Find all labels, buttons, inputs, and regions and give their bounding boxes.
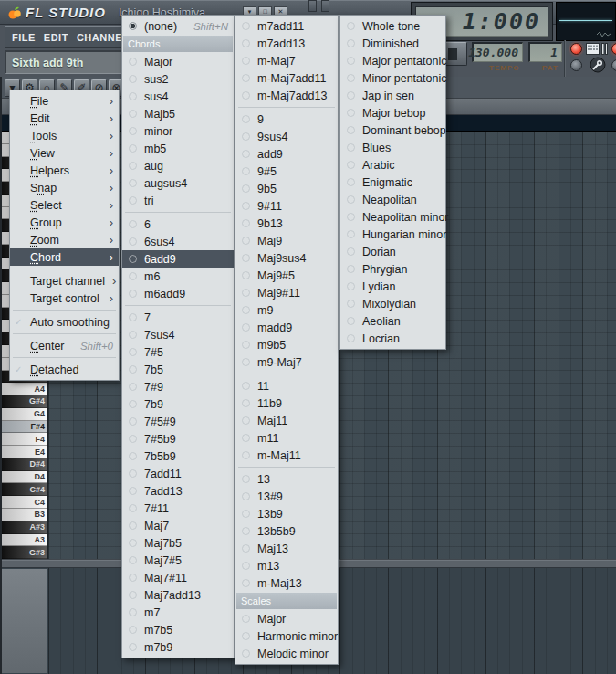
menu-item-7[interactable]: 7 xyxy=(122,309,234,326)
menu-item-tools[interactable]: Tools› xyxy=(10,127,119,144)
menu-item-m-maj7[interactable]: m-Maj7 xyxy=(235,52,338,69)
menu-item-snap[interactable]: Snap› xyxy=(10,179,119,196)
piano-key-fs4[interactable]: F#4 xyxy=(2,421,47,434)
tempo-lcd[interactable]: 130.000 xyxy=(472,42,523,62)
piano-key-gs4[interactable]: G#4 xyxy=(2,395,47,408)
menu-item-m9b5[interactable]: m9b5 xyxy=(235,336,338,353)
menu-item-madd9[interactable]: madd9 xyxy=(235,319,338,336)
menu-item-m-maj7add13[interactable]: m-Maj7add13 xyxy=(235,87,338,104)
menu-item-m7b9[interactable]: m7b9 xyxy=(122,638,234,656)
menu-item-m9-maj7[interactable]: m9-Maj7 xyxy=(235,353,338,371)
menu-item-zoom[interactable]: Zoom› xyxy=(10,231,119,248)
pattern-lcd[interactable]: 1 xyxy=(528,42,562,62)
menu-item-9-11[interactable]: 9#11 xyxy=(235,197,338,215)
menu-file[interactable]: FILE xyxy=(12,32,36,43)
menu-item-augsus4[interactable]: augsus4 xyxy=(122,174,234,192)
menu-item-major[interactable]: Major xyxy=(235,610,338,627)
menu-item-aeolian[interactable]: Aeolian xyxy=(340,312,445,330)
menu-item-m9[interactable]: m9 xyxy=(235,301,338,319)
menu-item-maj9[interactable]: Maj9 xyxy=(235,232,338,249)
menu-item-minor[interactable]: minor xyxy=(122,122,234,140)
menu-item-7sus4[interactable]: 7sus4 xyxy=(122,326,234,343)
round-button[interactable] xyxy=(611,59,616,71)
menu-item-6add9[interactable]: 6add9 xyxy=(122,250,234,268)
menu-item-aug[interactable]: aug xyxy=(122,157,234,174)
led-button[interactable] xyxy=(611,43,616,55)
menu-item-lydian[interactable]: Lydian xyxy=(340,278,445,295)
piano-key-cs4[interactable]: C#4 xyxy=(2,483,47,496)
menu-item-m7add13[interactable]: m7add13 xyxy=(235,35,338,52)
menu-item-m11[interactable]: m11 xyxy=(235,429,338,447)
menu-item-sus4[interactable]: sus4 xyxy=(122,88,234,105)
menu-item-chord[interactable]: Chord› xyxy=(10,248,119,266)
menu-item-6sus4[interactable]: 6sus4 xyxy=(122,233,234,250)
menu-item-m6add9[interactable]: m6add9 xyxy=(122,285,234,302)
menu-item-enigmatic[interactable]: Enigmatic xyxy=(340,174,445,191)
piano-key-g4[interactable]: G4 xyxy=(2,408,47,421)
menu-item-mixolydian[interactable]: Mixolydian xyxy=(340,295,445,312)
menu-item-detached[interactable]: ✓Detached xyxy=(10,361,119,378)
piano-key-c4[interactable]: C4 xyxy=(2,496,47,509)
piano-key-f4[interactable]: F4 xyxy=(2,433,47,446)
menu-item-maj7b5[interactable]: Maj7b5 xyxy=(122,534,234,552)
menu-item-7-5-9[interactable]: 7#5#9 xyxy=(122,413,234,430)
menu-item-group[interactable]: Group› xyxy=(10,214,119,231)
menu-item-tri[interactable]: tri xyxy=(122,192,234,209)
menu-item-13-9[interactable]: 13#9 xyxy=(235,488,338,505)
menu-item-7-9[interactable]: 7#9 xyxy=(122,378,234,395)
menu-item-7-11[interactable]: 7#11 xyxy=(122,500,234,517)
menu-item-hungarian-minor[interactable]: Hungarian minor xyxy=(340,226,445,243)
menu-item-13b5b9[interactable]: 13b5b9 xyxy=(235,522,338,540)
menu-item-maj7add13[interactable]: Maj7add13 xyxy=(122,586,234,604)
menu-item-add9[interactable]: add9 xyxy=(235,145,338,163)
menu-item-select[interactable]: Select› xyxy=(10,196,119,214)
piano-key-e4[interactable]: E4 xyxy=(2,446,47,458)
typing-keyboard-icon[interactable] xyxy=(586,43,608,56)
menu-item-sus2[interactable]: sus2 xyxy=(122,70,234,88)
menu-item-11b9[interactable]: 11b9 xyxy=(235,395,338,412)
menu-item-m13[interactable]: m13 xyxy=(235,557,338,574)
menu-item-7add11[interactable]: 7add11 xyxy=(122,465,234,482)
menu-item-9-5[interactable]: 9#5 xyxy=(235,163,338,180)
menu-item-m7[interactable]: m7 xyxy=(122,604,234,621)
menu-item-m-maj7add11[interactable]: m-Maj7add11 xyxy=(235,69,338,87)
menu-item-mb5[interactable]: mb5 xyxy=(122,140,234,157)
menu-item-neapolitan[interactable]: Neapolitan xyxy=(340,191,445,208)
menu-edit[interactable]: EDIT xyxy=(44,32,68,43)
menu-item-11[interactable]: 11 xyxy=(235,377,338,395)
menu-item-diminished[interactable]: Diminished xyxy=(340,35,445,52)
menu-item-majb5[interactable]: Majb5 xyxy=(122,105,234,122)
menu-item-whole-tone[interactable]: Whole tone xyxy=(340,17,445,35)
menu-item-major-pentatonic[interactable]: Major pentatonic xyxy=(340,52,445,69)
menu-item-maj7-11[interactable]: Maj7#11 xyxy=(122,569,234,586)
menu-item-m6[interactable]: m6 xyxy=(122,268,234,285)
menu-item-auto-smoothing[interactable]: ✓Auto smoothing xyxy=(10,313,119,331)
menu-item-file[interactable]: File› xyxy=(10,92,119,110)
round-button[interactable] xyxy=(570,59,582,71)
menu-item-none[interactable]: (none)Shift+N xyxy=(122,17,234,35)
menu-item-melodic-minor[interactable]: Melodic minor xyxy=(235,645,338,662)
menu-item-m-maj11[interactable]: m-Maj11 xyxy=(235,447,338,464)
menu-item-arabic[interactable]: Arabic xyxy=(340,156,445,174)
menu-item-7b5b9[interactable]: 7b5b9 xyxy=(122,448,234,465)
menu-item-phrygian[interactable]: Phrygian xyxy=(340,260,445,278)
piano-key-d4[interactable]: D4 xyxy=(2,471,47,484)
menu-item-m7add11[interactable]: m7add11 xyxy=(235,17,338,35)
menu-item-13[interactable]: 13 xyxy=(235,470,338,488)
menu-item-helpers[interactable]: Helpers› xyxy=(10,162,119,179)
menu-item-jap-in-sen[interactable]: Jap in sen xyxy=(340,87,445,104)
menu-item-harmonic-minor[interactable]: Harmonic minor xyxy=(235,627,338,645)
menu-item-9b13[interactable]: 9b13 xyxy=(235,215,338,232)
menu-item-dominant-bebop[interactable]: Dominant bebop xyxy=(340,121,445,139)
menu-item-major-bebop[interactable]: Major bebop xyxy=(340,104,445,121)
wrench-knob-icon[interactable] xyxy=(590,57,606,73)
menu-item-maj9sus4[interactable]: Maj9sus4 xyxy=(235,249,338,267)
menu-item-9sus4[interactable]: 9sus4 xyxy=(235,128,338,145)
menu-item-m-maj13[interactable]: m-Maj13 xyxy=(235,574,338,592)
piano-key-gs3[interactable]: G#3 xyxy=(2,546,47,559)
piano-key-a3[interactable]: A3 xyxy=(2,534,47,547)
event-lane-header[interactable] xyxy=(2,569,47,673)
menu-item-view[interactable]: View› xyxy=(10,144,119,162)
menu-item-target-channel[interactable]: Target channel› xyxy=(10,272,119,290)
piano-key-as3[interactable]: A#3 xyxy=(2,521,47,534)
